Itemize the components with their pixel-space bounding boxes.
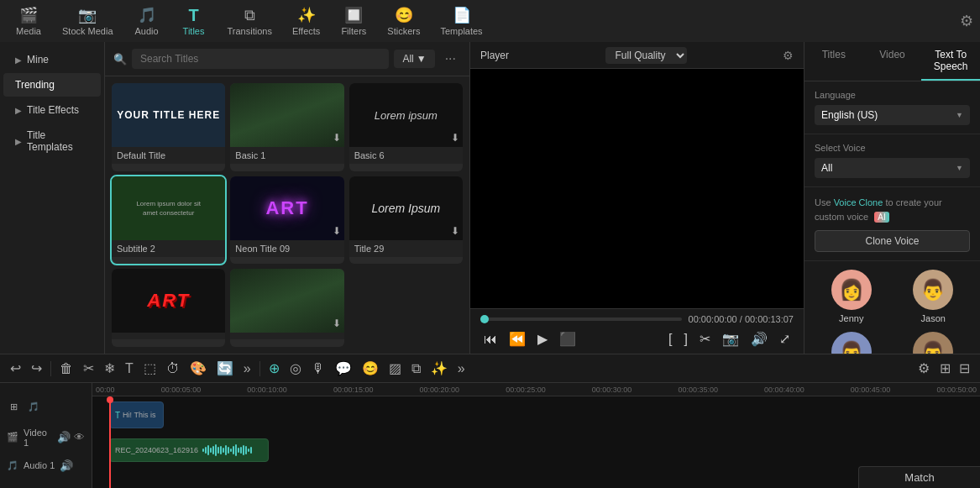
step-back-button[interactable]: ⏪ [506,329,529,349]
match-button-area: Match [858,466,980,488]
cut-button[interactable]: ✂ [80,359,97,378]
audio1-mute-button[interactable]: 🔊 [60,459,73,472]
audio1-icon: 🎵 [7,460,18,471]
more-options-button[interactable]: ··· [440,50,461,68]
nav-effects[interactable]: ✨ Effects [284,3,328,39]
nav-stock-media[interactable]: 📷 Stock Media [54,3,122,39]
avatar-jenny[interactable]: 👩 Jenny [815,270,888,323]
sidebar-item-trending[interactable]: Trending [3,73,101,97]
select-voice-label: Select Voice [815,143,970,153]
titles-icon: T [185,6,203,24]
quality-select[interactable]: Full Quality [605,47,687,64]
player-label: Player [480,50,509,61]
title-card-basic1[interactable]: ⬇ Basic 1 [230,83,343,171]
add-audio-button[interactable]: 🎵 [24,400,43,414]
mark-avatar: 👨 [831,332,872,354]
title-card-subtitle2[interactable]: Lorem ipsum dolor sitamet consectetur Su… [112,176,225,265]
tab-titles[interactable]: Titles [804,42,863,81]
color-button[interactable]: 🎨 [186,359,210,378]
download-icon: ⬇ [333,132,341,144]
add-video-button[interactable]: ⊞ [7,400,21,414]
track-area: ⊞ 🎵 🎬 Video 1 🔊 👁 🎵 Audio 1 🔊 [0,383,980,488]
fullscreen-preview-button[interactable]: ⬛ [556,329,579,349]
stock-media-icon: 📷 [78,6,97,24]
view-toggle: ⊞ ⊟ [936,359,973,378]
mark-in-button[interactable]: [ [665,330,675,349]
voice-select[interactable]: All [815,158,970,178]
timeline-settings-button[interactable]: ⚙ [914,359,933,378]
player-settings-icon[interactable]: ⚙ [783,49,794,62]
title-clip[interactable]: T Hi! This is a ... [109,401,164,428]
skip-back-button[interactable]: ⏮ [480,330,500,349]
volume-button[interactable]: 🔊 [747,329,771,349]
clone-voice-button[interactable]: Clone Voice [815,230,970,252]
nav-stickers[interactable]: 😊 Stickers [379,3,428,39]
sidebar-item-mine[interactable]: ▶ Mine [3,48,101,71]
match-button[interactable]: Match [859,467,980,488]
progress-thumb [480,315,489,323]
effect-tl-button[interactable]: ✨ [427,359,451,378]
title-card-forest2[interactable]: ⬇ [230,269,343,347]
crop-button[interactable]: ⬚ [140,359,160,378]
avatar-mark[interactable]: 👨 Mark [815,332,888,354]
video1-mute-button[interactable]: 🔊 [57,431,71,443]
nav-filters[interactable]: 🔲 Filters [332,3,375,39]
nav-templates[interactable]: 📄 Templates [432,3,490,39]
sticker-tl-button[interactable]: 😊 [359,359,382,378]
card-preview-basic1: ⬇ [230,83,343,147]
video-track-row: T Hi! This is a ... [92,396,980,433]
media-icon: 🎬 [19,6,38,24]
freeze-button[interactable]: ❄ [101,359,118,378]
title-card-title29[interactable]: Lorem Ipsum ⬇ Title 29 [349,176,463,265]
title-card-neon09[interactable]: ART ⬇ Neon Title 09 [230,176,343,265]
right-panel-tabs: Titles Video Text To Speech [804,42,980,81]
settings-icon[interactable]: ⚙ [960,12,973,30]
nav-transitions[interactable]: ⧉ Transitions [219,3,280,39]
list-view-button[interactable]: ⊞ [936,359,954,378]
nav-titles[interactable]: T Titles [172,3,216,39]
player-area: Player Full Quality ⚙ 00:00:00:00 / [470,42,804,354]
voice-button[interactable]: 🎙 [308,359,328,378]
timeline-ruler: 00:00 00:00:05:00 00:00:10:00 00:00:15:0… [92,383,980,396]
screenshot-button[interactable]: 📷 [719,329,742,349]
transition-tl-button[interactable]: ⧉ [408,359,424,378]
progress-bar[interactable] [480,317,682,321]
tab-video[interactable]: Video [863,42,922,81]
speed-button[interactable]: ⏱ [163,359,183,378]
avatar-jason[interactable]: 👨 Jason [897,270,971,323]
text-button[interactable]: T [122,359,137,378]
mark-out-button[interactable]: ] [681,330,691,349]
split-button[interactable]: ✂ [696,329,714,349]
more-tl-button[interactable]: » [454,359,469,378]
delete-button[interactable]: 🗑 [56,359,76,378]
voice-clone-text: Use Voice Clone to create your custom vo… [815,196,970,223]
redo-button[interactable]: ↪ [28,359,45,378]
sidebar-item-title-templates[interactable]: ▶ Title Templates [3,123,101,159]
stabilize-button[interactable]: ◎ [286,359,305,378]
tab-tts[interactable]: Text To Speech [921,42,980,81]
subtitle-button[interactable]: 💬 [332,359,355,378]
title-card-red-art[interactable]: ART [112,269,225,347]
play-button[interactable]: ▶ [534,329,551,349]
undo-button[interactable]: ↩ [7,359,24,378]
reverse-button[interactable]: 🔄 [213,359,237,378]
nav-media[interactable]: 🎬 Media [7,3,50,39]
more-tools-button[interactable]: » [240,359,254,378]
filter-button[interactable]: All ▼ [394,50,434,68]
language-select[interactable]: English (US) [815,105,970,125]
audio-clip[interactable]: REC_20240623_162916 [109,438,269,462]
search-input[interactable] [132,49,389,69]
add-track-button[interactable]: ⊕ [265,359,283,378]
avatar-bob[interactable]: 👨 Bob [897,332,971,354]
overlay-button[interactable]: ▨ [385,359,405,378]
nav-audio[interactable]: 🎵 Audio [125,3,169,39]
video1-eye-button[interactable]: 👁 [74,431,85,443]
track-labels: ⊞ 🎵 🎬 Video 1 🔊 👁 🎵 Audio 1 🔊 [0,383,92,488]
title-card-basic6[interactable]: Lorem ipsum ⬇ Basic 6 [349,83,463,171]
video1-controls: 🔊 👁 [57,431,85,443]
sidebar-item-title-effects[interactable]: ▶ Title Effects [3,98,101,122]
voice-clone-link[interactable]: Voice Clone [834,197,883,207]
grid-view-button[interactable]: ⊟ [956,359,973,378]
more-button[interactable]: ⤢ [776,329,794,349]
title-card-default[interactable]: YOUR TITLE HERE Default Title [112,83,225,171]
